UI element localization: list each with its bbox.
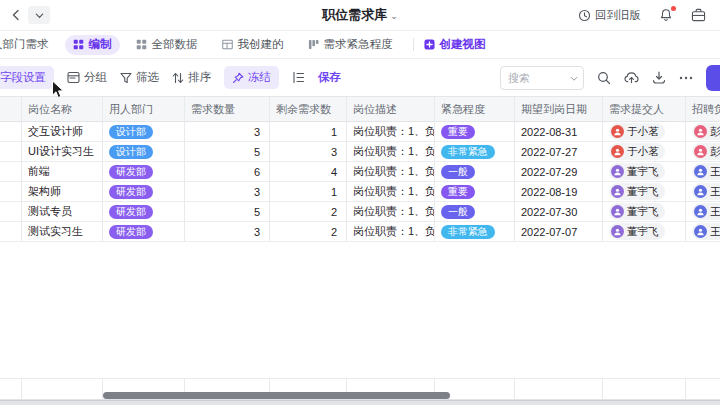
- cell-expected-date[interactable]: 2022-07-07: [515, 222, 603, 242]
- cell-department[interactable]: 设计部: [103, 142, 185, 162]
- row-gutter[interactable]: [0, 162, 22, 182]
- tab-headcount[interactable]: 编制: [65, 35, 120, 55]
- cell-demand-qty[interactable]: 3: [185, 122, 270, 142]
- cell-description[interactable]: 岗位职责：1、负...: [347, 122, 435, 142]
- cell-expected-date[interactable]: 2022-07-27: [515, 142, 603, 162]
- cell-expected-date[interactable]: 2022-07-29: [515, 162, 603, 182]
- save-button[interactable]: 保存: [318, 70, 341, 85]
- cell-remaining-qty[interactable]: 3: [270, 142, 347, 162]
- cell-position-name[interactable]: 测试实习生: [22, 222, 103, 242]
- cell-urgency[interactable]: 非常紧急: [435, 222, 515, 242]
- footer-cell[interactable]: [515, 378, 603, 400]
- tab-demand-urgency[interactable]: 需求紧急程度: [300, 35, 401, 55]
- cell-department[interactable]: 研发部: [103, 162, 185, 182]
- search-input-wrap[interactable]: [500, 66, 584, 90]
- cell-remaining-qty[interactable]: 4: [270, 162, 347, 182]
- cell-department[interactable]: 研发部: [103, 182, 185, 202]
- cell-recruiter[interactable]: 王: [686, 182, 720, 202]
- cell-description[interactable]: 岗位职责：1、负...: [347, 202, 435, 222]
- cell-urgency[interactable]: 一般: [435, 202, 515, 222]
- row-gutter[interactable]: [0, 122, 22, 142]
- cell-expected-date[interactable]: 2022-08-19: [515, 182, 603, 202]
- cell-submitter[interactable]: 董宇飞: [603, 182, 686, 202]
- share-button[interactable]: [624, 71, 639, 84]
- cell-remaining-qty[interactable]: 2: [270, 202, 347, 222]
- footer-cell[interactable]: [22, 378, 103, 400]
- cell-recruiter[interactable]: 彭: [686, 122, 720, 142]
- column-header[interactable]: 需求提交人: [603, 97, 686, 122]
- back-icon[interactable]: [10, 9, 22, 21]
- cell-remaining-qty[interactable]: 1: [270, 122, 347, 142]
- cell-position-name[interactable]: 前端: [22, 162, 103, 182]
- cell-remaining-qty[interactable]: 1: [270, 182, 347, 202]
- cell-description[interactable]: 岗位职责：1、负...: [347, 222, 435, 242]
- group-button[interactable]: 分组: [67, 70, 107, 85]
- cell-recruiter[interactable]: 彭: [686, 142, 720, 162]
- cell-urgency[interactable]: 重要: [435, 122, 515, 142]
- cell-submitter[interactable]: 于小茗: [603, 122, 686, 142]
- back-to-old-version-button[interactable]: 回到旧版: [578, 8, 641, 23]
- cell-department[interactable]: 研发部: [103, 202, 185, 222]
- cell-submitter[interactable]: 董宇飞: [603, 202, 686, 222]
- cell-position-name[interactable]: 测试专员: [22, 202, 103, 222]
- column-header[interactable]: 招聘负责人: [686, 97, 720, 122]
- cell-demand-qty[interactable]: 5: [185, 142, 270, 162]
- table-row[interactable]: 交互设计师 设计部 3 1 岗位职责：1、负... 重要 2022-08-31 …: [0, 122, 720, 142]
- column-header[interactable]: 需求数量: [185, 97, 270, 122]
- freeze-button[interactable]: 冻结: [224, 66, 279, 89]
- tab-created-by-me[interactable]: 我创建的: [214, 35, 292, 55]
- chevron-down-icon[interactable]: [570, 75, 578, 83]
- create-view-button[interactable]: 创建视图: [424, 37, 486, 52]
- cell-position-name[interactable]: 架构师: [22, 182, 103, 202]
- cell-demand-qty[interactable]: 5: [185, 202, 270, 222]
- tab-all-data[interactable]: 全部数据: [128, 35, 206, 55]
- cell-demand-qty[interactable]: 3: [185, 222, 270, 242]
- primary-action-button[interactable]: [706, 65, 720, 91]
- table-row[interactable]: 前端 研发部 6 4 岗位职责：1、负... 一般 2022-07-29 董宇飞…: [0, 162, 720, 182]
- cell-recruiter[interactable]: 王: [686, 202, 720, 222]
- table-row[interactable]: 架构师 研发部 3 1 岗位职责：1、负... 重要 2022-08-19 董宇…: [0, 182, 720, 202]
- notifications-button[interactable]: [659, 8, 673, 22]
- cell-expected-date[interactable]: 2022-07-30: [515, 202, 603, 222]
- search-button[interactable]: [597, 71, 611, 85]
- footer-cell[interactable]: [686, 378, 720, 400]
- column-header[interactable]: 紧急程度: [435, 97, 515, 122]
- search-input[interactable]: [508, 72, 566, 84]
- cell-description[interactable]: 岗位职责：1、负...: [347, 162, 435, 182]
- cell-expected-date[interactable]: 2022-08-31: [515, 122, 603, 142]
- tab-personal-department-demand[interactable]: 人部门需求: [0, 35, 57, 55]
- cell-department[interactable]: 设计部: [103, 122, 185, 142]
- row-gutter[interactable]: [0, 202, 22, 222]
- field-settings-button[interactable]: 字段设置: [0, 66, 54, 89]
- row-gutter[interactable]: [0, 182, 22, 202]
- title-caret-icon[interactable]: ⌄: [390, 11, 398, 21]
- cell-recruiter[interactable]: 王: [686, 222, 720, 242]
- filter-button[interactable]: 筛选: [120, 70, 159, 85]
- row-height-button[interactable]: [292, 71, 305, 84]
- table-row[interactable]: UI设计实习生 设计部 5 3 岗位职责：1、负... 非常紧急 2022-07…: [0, 142, 720, 162]
- cell-department[interactable]: 研发部: [103, 222, 185, 242]
- row-gutter[interactable]: [0, 222, 22, 242]
- horizontal-scrollbar[interactable]: [103, 392, 450, 399]
- cell-description[interactable]: 岗位职责：1、负...: [347, 142, 435, 162]
- column-header[interactable]: 期望到岗日期: [515, 97, 603, 122]
- download-button[interactable]: [652, 71, 666, 84]
- cell-demand-qty[interactable]: 3: [185, 182, 270, 202]
- cell-urgency[interactable]: 一般: [435, 162, 515, 182]
- table-row[interactable]: 测试实习生 研发部 3 2 岗位职责：1、负... 非常紧急 2022-07-0…: [0, 222, 720, 242]
- cell-position-name[interactable]: UI设计实习生: [22, 142, 103, 162]
- column-header[interactable]: 岗位名称: [22, 97, 103, 122]
- cell-description[interactable]: 岗位职责：1、负...: [347, 182, 435, 202]
- cell-remaining-qty[interactable]: 2: [270, 222, 347, 242]
- cell-urgency[interactable]: 重要: [435, 182, 515, 202]
- column-header[interactable]: 用人部门: [103, 97, 185, 122]
- workbench-button[interactable]: [691, 8, 706, 22]
- cell-position-name[interactable]: 交互设计师: [22, 122, 103, 142]
- row-gutter[interactable]: [0, 142, 22, 162]
- cell-submitter[interactable]: 董宇飞: [603, 222, 686, 242]
- footer-cell[interactable]: [603, 378, 686, 400]
- column-header[interactable]: 岗位描述: [347, 97, 435, 122]
- cell-demand-qty[interactable]: 6: [185, 162, 270, 182]
- cell-submitter[interactable]: 董宇飞: [603, 162, 686, 182]
- cell-urgency[interactable]: 非常紧急: [435, 142, 515, 162]
